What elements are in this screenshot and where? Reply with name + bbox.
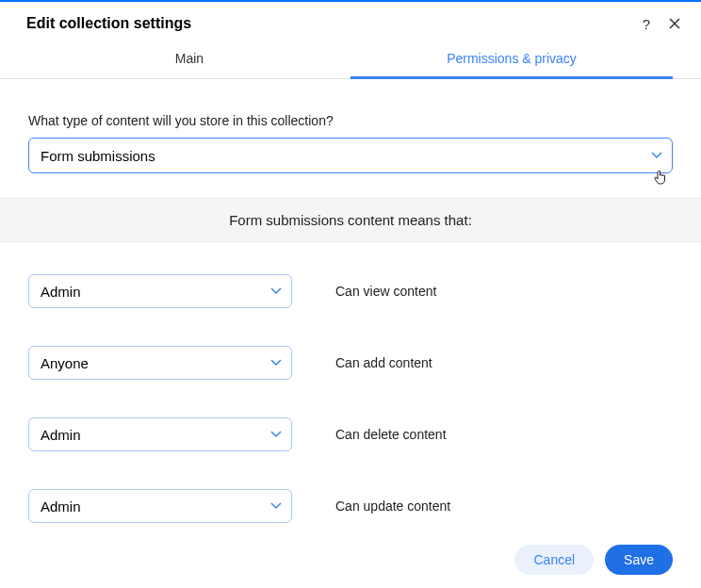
perm-row-update: Admin Can update content (28, 489, 673, 523)
tab-permissions[interactable]: Permissions & privacy (350, 40, 673, 78)
tab-main[interactable]: Main (28, 40, 350, 78)
perm-update-select[interactable]: Admin (28, 489, 292, 523)
cursor-hand-icon (654, 170, 667, 188)
tab-main-label: Main (175, 51, 204, 66)
save-button[interactable]: Save (605, 545, 673, 575)
content-area: What type of content will you store in t… (0, 79, 701, 523)
dialog-title: Edit collection settings (26, 15, 639, 32)
perm-row-add: Anyone Can add content (28, 346, 673, 380)
close-icon[interactable] (667, 16, 682, 31)
perm-view-select[interactable]: Admin (28, 274, 292, 308)
content-type-question: What type of content will you store in t… (28, 113, 673, 128)
perm-view-label: Can view content (335, 284, 436, 299)
chevron-down-icon (651, 152, 662, 159)
perm-update-label: Can update content (335, 498, 450, 514)
dialog-header: Edit collection settings ? (0, 2, 701, 40)
perm-delete-label: Can delete content (335, 427, 447, 442)
header-icons: ? (639, 16, 682, 31)
content-type-select[interactable]: Form submissions (28, 138, 673, 173)
help-icon[interactable]: ? (639, 16, 654, 31)
dialog-footer: Cancel Save (0, 545, 701, 588)
chevron-down-icon (270, 287, 282, 295)
content-type-value: Form submissions (41, 148, 155, 164)
permission-rows: Admin Can view content Anyone Can add co… (28, 242, 673, 523)
perm-delete-value: Admin (41, 427, 81, 443)
perm-view-value: Admin (41, 284, 81, 300)
chevron-down-icon (270, 359, 282, 367)
perm-add-value: Anyone (41, 355, 89, 371)
perm-add-select[interactable]: Anyone (28, 346, 292, 380)
perm-update-value: Admin (41, 498, 81, 514)
perm-row-view: Admin Can view content (28, 274, 673, 308)
perm-delete-select[interactable]: Admin (28, 417, 292, 451)
content-type-banner: Form submissions content means that: (0, 198, 701, 242)
perm-add-label: Can add content (335, 355, 432, 370)
chevron-down-icon (270, 431, 282, 438)
perm-row-delete: Admin Can delete content (28, 417, 673, 451)
tabs: Main Permissions & privacy (0, 40, 701, 79)
cancel-button[interactable]: Cancel (514, 545, 594, 575)
chevron-down-icon (270, 502, 282, 510)
tab-permissions-label: Permissions & privacy (447, 51, 577, 66)
content-type-select-wrap: Form submissions (28, 138, 673, 173)
